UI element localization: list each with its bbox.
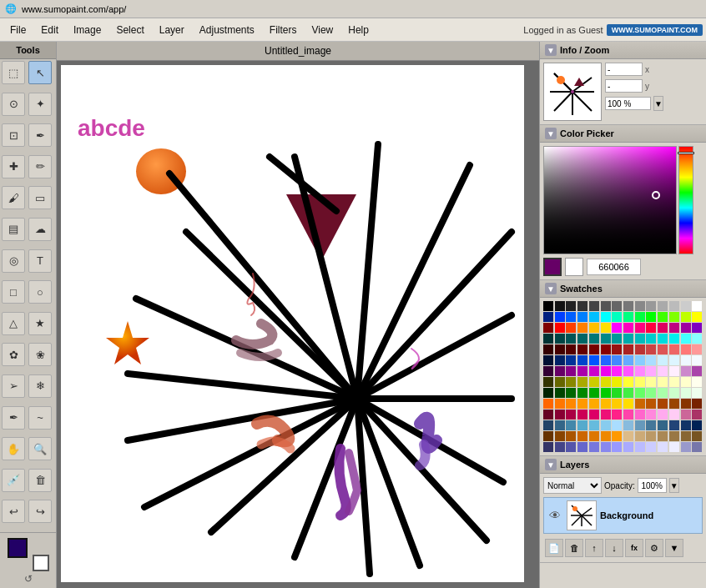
swatch-cell[interactable] <box>612 366 622 376</box>
swatch-cell[interactable] <box>669 388 679 398</box>
swatch-cell[interactable] <box>692 399 702 409</box>
swatch-cell[interactable] <box>566 301 576 311</box>
lasso-tool[interactable]: ⊙ <box>2 93 25 116</box>
swatch-cell[interactable] <box>555 312 565 322</box>
swatch-cell[interactable] <box>555 334 565 344</box>
swatch-cell[interactable] <box>646 399 656 409</box>
swatches-collapse[interactable]: ▼ <box>545 283 557 294</box>
swatch-cell[interactable] <box>589 355 599 365</box>
brush-tool[interactable]: 🖌 <box>2 186 25 209</box>
hue-slider[interactable] <box>678 146 693 254</box>
move-down-btn[interactable]: ↓ <box>605 539 623 557</box>
hand-tool[interactable]: ✋ <box>2 437 25 460</box>
swatch-cell[interactable] <box>577 344 587 354</box>
swatch-cell[interactable] <box>543 410 553 420</box>
swatch-cell[interactable] <box>601 420 611 430</box>
swatch-cell[interactable] <box>646 388 656 398</box>
swatch-cell[interactable] <box>658 442 668 452</box>
smudge-tool[interactable]: ☁ <box>28 218 52 241</box>
pencil-tool[interactable]: ✏ <box>28 155 52 178</box>
text-tool[interactable]: T <box>28 249 52 273</box>
swatch-cell[interactable] <box>669 312 679 322</box>
swatch-cell[interactable] <box>635 377 645 387</box>
swatch-cell[interactable] <box>692 355 702 365</box>
swatch-cell[interactable] <box>646 301 656 311</box>
swatch-cell[interactable] <box>623 420 633 430</box>
swatch-cell[interactable] <box>543 344 553 354</box>
canvas[interactable]: abcde <box>61 65 524 582</box>
swatch-cell[interactable] <box>601 377 611 387</box>
swatch-cell[interactable] <box>658 410 668 420</box>
swatch-cell[interactable] <box>692 377 702 387</box>
blend-mode-select[interactable]: Normal Multiply Screen Overlay <box>543 477 602 494</box>
swatch-cell[interactable] <box>577 431 587 441</box>
menu-view[interactable]: View <box>305 22 340 38</box>
swatch-cell[interactable] <box>635 344 645 354</box>
swatch-cell[interactable] <box>669 420 679 430</box>
swatch-cell[interactable] <box>681 301 691 311</box>
swatch-cell[interactable] <box>681 442 691 452</box>
swatch-cell[interactable] <box>577 377 587 387</box>
swatch-cell[interactable] <box>669 399 679 409</box>
swatch-cell[interactable] <box>589 301 599 311</box>
swatch-cell[interactable] <box>566 366 576 376</box>
swatch-cell[interactable] <box>646 355 656 365</box>
swatch-cell[interactable] <box>635 301 645 311</box>
flower-tool[interactable]: ❀ <box>28 343 52 366</box>
swatch-cell[interactable] <box>577 442 587 452</box>
swatch-cell[interactable] <box>692 388 702 398</box>
swatch-cell[interactable] <box>623 410 633 420</box>
swatch-cell[interactable] <box>681 344 691 354</box>
swatch-cell[interactable] <box>623 431 633 441</box>
swatch-cell[interactable] <box>566 431 576 441</box>
delete-layer-btn[interactable]: 🗑 <box>565 539 583 557</box>
swatch-cell[interactable] <box>543 420 553 430</box>
swatch-cell[interactable] <box>612 410 622 420</box>
swatch-cell[interactable] <box>692 344 702 354</box>
swatch-cell[interactable] <box>681 410 691 420</box>
more-btn[interactable]: ▼ <box>665 539 683 557</box>
swatch-cell[interactable] <box>692 431 702 441</box>
color-picker-header[interactable]: ▼ Color Picker <box>540 125 706 143</box>
swatch-cell[interactable] <box>601 344 611 354</box>
swatch-cell[interactable] <box>681 431 691 441</box>
swatch-cell[interactable] <box>577 323 587 333</box>
swatch-cell[interactable] <box>646 312 656 322</box>
swatch-cell[interactable] <box>623 366 633 376</box>
menu-help[interactable]: Help <box>341 22 376 38</box>
swatch-cell[interactable] <box>646 334 656 344</box>
secondary-color-box[interactable] <box>565 258 583 276</box>
settings-btn[interactable]: ⚙ <box>645 539 663 557</box>
swatch-cell[interactable] <box>681 420 691 430</box>
swatch-cell[interactable] <box>566 388 576 398</box>
swatch-cell[interactable] <box>623 355 633 365</box>
swatch-cell[interactable] <box>612 312 622 322</box>
swatch-cell[interactable] <box>681 388 691 398</box>
swatch-cell[interactable] <box>555 377 565 387</box>
pen-tool[interactable]: ✒ <box>2 406 25 430</box>
swatch-cell[interactable] <box>543 431 553 441</box>
swatch-cell[interactable] <box>658 355 668 365</box>
swatch-cell[interactable] <box>635 442 645 452</box>
menu-filters[interactable]: Filters <box>263 22 304 38</box>
clone-stamp-tool[interactable]: ◎ <box>2 249 25 273</box>
swatch-cell[interactable] <box>635 323 645 333</box>
swatch-cell[interactable] <box>646 344 656 354</box>
info-zoom-header[interactable]: ▼ Info / Zoom <box>540 42 706 59</box>
swatch-cell[interactable] <box>658 366 668 376</box>
zoom-tool[interactable]: 🔍 <box>28 437 52 460</box>
color-picker-collapse[interactable]: ▼ <box>545 128 557 139</box>
swatch-cell[interactable] <box>635 388 645 398</box>
swatch-cell[interactable] <box>658 431 668 441</box>
swatch-cell[interactable] <box>612 301 622 311</box>
swatch-cell[interactable] <box>601 442 611 452</box>
swatches-header[interactable]: ▼ Swatches <box>540 280 706 298</box>
swatch-cell[interactable] <box>681 355 691 365</box>
swatch-cell[interactable] <box>555 442 565 452</box>
menu-adjustments[interactable]: Adjustments <box>193 22 261 38</box>
swatch-cell[interactable] <box>658 377 668 387</box>
swatch-cell[interactable] <box>669 344 679 354</box>
swatch-cell[interactable] <box>635 410 645 420</box>
swatch-cell[interactable] <box>635 399 645 409</box>
swatch-cell[interactable] <box>635 420 645 430</box>
